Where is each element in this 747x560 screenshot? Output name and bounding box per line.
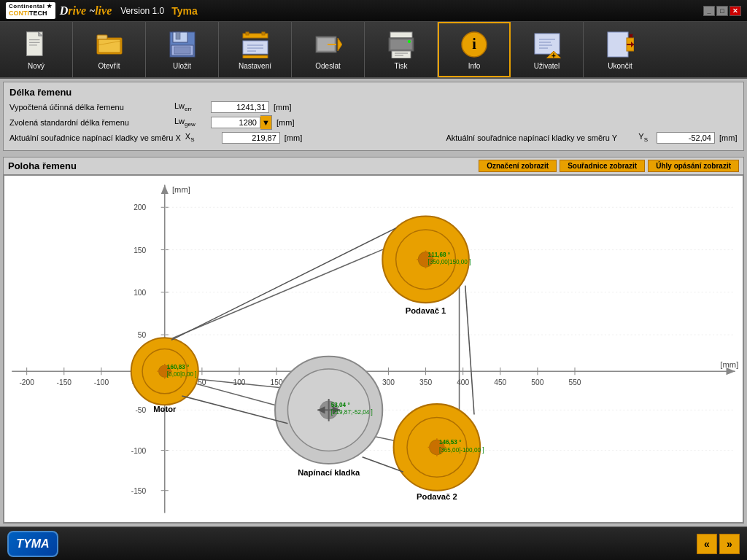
svg-rect-21	[243, 55, 268, 58]
svg-rect-16	[262, 32, 265, 35]
lwgew-dropdown-arrow[interactable]: ▼	[260, 115, 272, 130]
novy-label: Nový	[28, 62, 44, 70]
svg-text:Motor: Motor	[153, 405, 177, 413]
oznaceni-button[interactable]: Označení zobrazit	[479, 160, 557, 172]
ukoncit-label: Ukončit	[608, 62, 632, 70]
row3-sublabel: XS	[185, 132, 217, 143]
nastaveni-label: Nastavení	[239, 62, 271, 70]
info-button[interactable]: i Info	[438, 22, 511, 77]
brand-label: Tyma	[171, 5, 198, 17]
prev-button[interactable]: «	[697, 534, 717, 554]
restore-button[interactable]: □	[716, 6, 728, 16]
lwgew-select[interactable]	[211, 117, 260, 128]
info-label: Info	[468, 62, 481, 70]
lwgew-select-wrap: ▼	[211, 115, 272, 130]
svg-rect-13	[174, 47, 190, 54]
svg-text:500: 500	[531, 378, 543, 386]
odeslat-button[interactable]: Odeslat	[292, 22, 365, 77]
svg-text:350: 350	[419, 378, 432, 386]
svg-rect-6	[97, 35, 107, 39]
svg-text:[mm]: [mm]	[720, 360, 738, 369]
xs-input[interactable]	[222, 132, 280, 144]
svg-text:146,53 °: 146,53 °	[439, 439, 461, 446]
belt-chart-svg: [mm] [mm] 200 150 100 50	[4, 176, 743, 522]
uhly-button[interactable]: Úhly opásání zobrazit	[648, 160, 739, 172]
svg-rect-7	[98, 39, 120, 52]
svg-text:-200: -200	[19, 378, 34, 386]
uzivatel-label: Uživatel	[534, 62, 560, 70]
row2-label: Zvolená standardní délka řemenu	[9, 118, 170, 127]
poloha-header: Poloha řemenu Označení zobrazit Souřadni…	[4, 158, 743, 175]
print-icon	[387, 30, 416, 59]
otevrit-label: Otevřít	[98, 62, 120, 70]
svg-text:Napínací kladka: Napínací kladka	[298, 468, 360, 477]
delka-section: Délka řemenu Vypočtená účinná délka řeme…	[3, 82, 744, 151]
window-controls: _ □ ✕	[703, 6, 741, 16]
info-icon: i	[460, 30, 489, 59]
form-row-1: Vypočtená účinná délka řemenu Lwerr [mm]	[9, 101, 738, 113]
svg-text:100: 100	[233, 378, 245, 386]
send-icon	[314, 30, 343, 59]
title-bar: Continental ★ CONTITECH Drive ~live Vers…	[0, 0, 747, 22]
row3-label: Aktuální souřadnice napínací kladky ve s…	[9, 133, 181, 142]
ulozit-label: Uložit	[173, 62, 191, 70]
version-label: Version 1.0	[120, 6, 164, 16]
save-icon	[168, 30, 197, 59]
souradnice-button[interactable]: Souřadnice zobrazit	[560, 160, 645, 172]
open-folder-icon	[95, 30, 124, 59]
ys-input[interactable]	[657, 132, 715, 144]
svg-rect-35	[535, 34, 560, 54]
svg-point-29	[408, 40, 411, 43]
novy-button[interactable]: Nový	[0, 22, 73, 77]
row3-right-unit: [mm]	[719, 133, 738, 142]
svg-text:+: +	[551, 52, 556, 58]
svg-rect-42	[608, 32, 628, 57]
svg-text:160,83 °: 160,83 °	[167, 364, 189, 370]
close-button[interactable]: ✕	[729, 6, 741, 16]
svg-text:[219,87;-52,04 ]: [219,87;-52,04 ]	[331, 409, 373, 416]
poloha-title: Poloha řemenu	[8, 160, 476, 171]
ukoncit-button[interactable]: Ukončit	[584, 22, 657, 77]
row1-unit: [mm]	[274, 103, 292, 112]
svg-rect-48	[4, 177, 743, 520]
svg-text:300: 300	[382, 378, 395, 386]
svg-rect-30	[392, 51, 411, 58]
user-icon: +	[533, 30, 562, 59]
form-row-3: Aktuální souřadnice napínací kladky ve s…	[9, 132, 738, 144]
ulozit-button[interactable]: Uložit	[146, 22, 219, 77]
exit-icon	[605, 30, 635, 59]
row3-right-sublabel: YS	[626, 132, 648, 143]
svg-text:-50: -50	[135, 406, 146, 414]
svg-text:400: 400	[457, 378, 469, 386]
minimize-button[interactable]: _	[703, 6, 715, 16]
row2-sublabel: Lwgew	[174, 117, 206, 128]
svg-text:-150: -150	[57, 378, 72, 386]
footer-navigation: « »	[697, 534, 740, 554]
nastaveni-button[interactable]: Nastavení	[219, 22, 292, 77]
svg-text:Podavač 2: Podavač 2	[417, 492, 457, 501]
poloha-section: Poloha řemenu Označení zobrazit Souřadni…	[3, 157, 744, 524]
uzivatel-button[interactable]: + Uživatel	[511, 22, 584, 77]
svg-rect-26	[390, 32, 412, 38]
svg-text:450: 450	[494, 378, 506, 386]
svg-text:i: i	[472, 36, 476, 52]
lwerr-input[interactable]	[211, 101, 269, 113]
svg-text:50: 50	[138, 331, 147, 339]
svg-text:Podavač 1: Podavač 1	[406, 306, 446, 315]
svg-text:-150: -150	[131, 487, 147, 495]
row2-unit: [mm]	[276, 118, 295, 127]
logo-area: Continental ★ CONTITECH Drive ~live Vers…	[6, 2, 198, 19]
tisk-label: Tisk	[395, 62, 408, 70]
contitech-logo: Continental ★ CONTITECH	[6, 2, 55, 19]
footer: TYMA « »	[0, 526, 747, 560]
delka-title: Délka řemenu	[9, 87, 738, 98]
svg-rect-15	[246, 32, 249, 35]
svg-text:111,68 °: 111,68 °	[428, 252, 450, 258]
tisk-button[interactable]: Tisk	[365, 22, 438, 77]
svg-marker-24	[338, 38, 342, 51]
otevrit-button[interactable]: Otevřít	[73, 22, 146, 77]
svg-rect-11	[176, 32, 180, 39]
svg-text:[350,00|150,00 ]: [350,00|150,00 ]	[428, 259, 471, 265]
next-button[interactable]: »	[719, 534, 740, 554]
form-row-2: Zvolená standardní délka řemenu Lwgew ▼ …	[9, 115, 738, 130]
